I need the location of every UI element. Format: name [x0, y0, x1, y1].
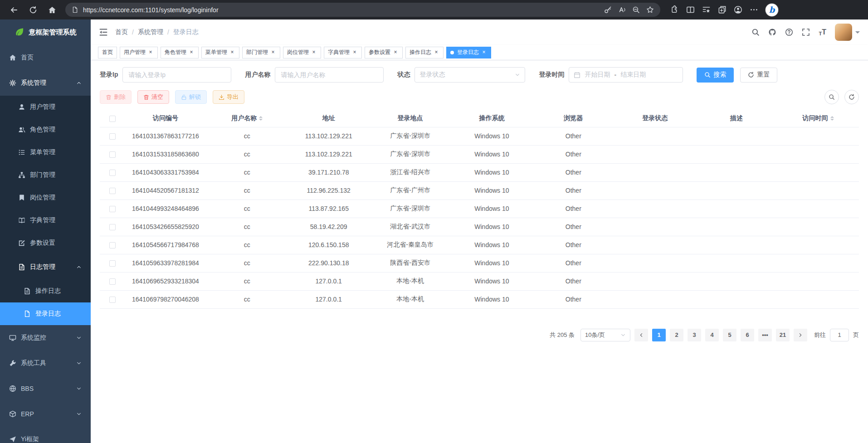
- tab-department-management[interactable]: 部门管理: [242, 47, 280, 58]
- sort-icon[interactable]: [259, 114, 263, 122]
- breadcrumb-home[interactable]: 首页: [115, 28, 128, 36]
- page-button-6[interactable]: 6: [741, 329, 754, 341]
- sidebar-item-post-management[interactable]: 岗位管理: [0, 186, 91, 209]
- goto-page-input[interactable]: [830, 329, 849, 341]
- tab-post-management[interactable]: 岗位管理: [283, 47, 321, 58]
- browser-home-button[interactable]: [44, 2, 60, 18]
- row-checkbox[interactable]: [109, 133, 116, 140]
- login-ip-input[interactable]: [122, 67, 231, 83]
- favorites-bar-icon[interactable]: [702, 5, 711, 14]
- more-pages-button[interactable]: •••: [758, 329, 772, 341]
- collections-icon[interactable]: [718, 5, 727, 14]
- close-icon[interactable]: [433, 49, 439, 56]
- sidebar-item-dict-management[interactable]: 字典管理: [0, 209, 91, 232]
- refresh-table-button[interactable]: [844, 90, 859, 104]
- tab-role-management[interactable]: 角色管理: [161, 47, 199, 58]
- menu-fold-icon[interactable]: [99, 28, 108, 37]
- breadcrumb-system-management[interactable]: 系统管理: [138, 28, 163, 36]
- tab-login-log[interactable]: 登录日志: [446, 47, 491, 58]
- tab-dict-management[interactable]: 字典管理: [324, 47, 362, 58]
- row-checkbox[interactable]: [109, 206, 116, 212]
- status-select[interactable]: 登录状态: [414, 67, 525, 83]
- url-text[interactable]: https://ccnetcore.com:1101/system/log/lo…: [83, 6, 600, 14]
- sidebar-item-system-management[interactable]: 系统管理: [0, 70, 91, 96]
- close-icon[interactable]: [311, 49, 317, 56]
- unlock-button[interactable]: 解锁: [175, 90, 207, 104]
- sidebar-item-home[interactable]: 首页: [0, 45, 91, 70]
- search-icon[interactable]: [751, 28, 760, 36]
- page-button-1[interactable]: 1: [652, 329, 666, 341]
- close-icon[interactable]: [392, 49, 399, 56]
- close-icon[interactable]: [270, 49, 276, 56]
- tab-user-management[interactable]: 用户管理: [120, 47, 158, 58]
- browser-more-icon[interactable]: [750, 5, 758, 14]
- reset-button[interactable]: 重置: [740, 68, 777, 83]
- sidebar-item-role-management[interactable]: 角色管理: [0, 118, 91, 141]
- browser-refresh-button[interactable]: [25, 2, 41, 18]
- sidebar-item-parameter-settings[interactable]: 参数设置: [0, 232, 91, 254]
- column-browser: 浏览器: [532, 110, 614, 127]
- row-checkbox[interactable]: [109, 188, 116, 194]
- select-all-checkbox[interactable]: [109, 116, 116, 122]
- page-button-21[interactable]: 21: [776, 329, 790, 341]
- browser-back-button[interactable]: [6, 2, 22, 18]
- sidebar-item-operation-log[interactable]: 操作日志: [0, 280, 91, 302]
- address-bar[interactable]: https://ccnetcore.com:1101/system/log/lo…: [65, 3, 660, 17]
- close-icon[interactable]: [229, 49, 235, 56]
- user-avatar[interactable]: [835, 24, 852, 41]
- close-icon[interactable]: [351, 49, 358, 56]
- sidebar-item-user-management[interactable]: 用户管理: [0, 96, 91, 118]
- split-screen-icon[interactable]: [686, 5, 695, 14]
- fullscreen-icon[interactable]: [802, 28, 810, 36]
- zoom-out-icon[interactable]: [632, 6, 640, 14]
- tab-operation-log[interactable]: 操作日志: [405, 47, 444, 58]
- sidebar-item-system-monitoring[interactable]: 系统监控: [0, 325, 91, 351]
- close-icon[interactable]: [147, 49, 154, 56]
- tab-menu-management[interactable]: 菜单管理: [201, 47, 239, 58]
- row-checkbox[interactable]: [109, 224, 116, 230]
- page-button-4[interactable]: 4: [705, 329, 719, 341]
- row-checkbox[interactable]: [109, 297, 116, 303]
- read-aloud-icon[interactable]: [618, 6, 626, 14]
- page-button-2[interactable]: 2: [670, 329, 683, 341]
- row-checkbox[interactable]: [109, 170, 116, 176]
- sidebar-item-erp[interactable]: ERP: [0, 401, 91, 427]
- sidebar-item-menu-management[interactable]: 菜单管理: [0, 141, 91, 164]
- page-size-select[interactable]: 10条/页: [580, 329, 630, 341]
- close-icon[interactable]: [481, 49, 487, 56]
- row-checkbox[interactable]: [109, 242, 116, 248]
- date-range-picker[interactable]: 开始日期 - 结束日期: [569, 67, 683, 83]
- sidebar-item-yi-framework[interactable]: Yi框架: [0, 427, 91, 443]
- row-checkbox[interactable]: [109, 278, 116, 285]
- delete-button[interactable]: 删除: [100, 90, 132, 104]
- password-key-icon[interactable]: [604, 6, 612, 14]
- export-button[interactable]: 导出: [213, 90, 244, 104]
- user-name-input[interactable]: [275, 67, 384, 83]
- sidebar-item-bbs[interactable]: BBS: [0, 376, 91, 401]
- help-icon[interactable]: [785, 28, 793, 36]
- sort-icon[interactable]: [830, 114, 834, 122]
- page-button-3[interactable]: 3: [688, 329, 701, 341]
- prev-page-button[interactable]: [634, 329, 648, 341]
- search-button[interactable]: 搜索: [697, 68, 734, 83]
- favorites-star-icon[interactable]: [646, 6, 654, 14]
- row-checkbox[interactable]: [109, 260, 116, 267]
- row-checkbox[interactable]: [109, 151, 116, 158]
- tab-parameter-settings[interactable]: 参数设置: [365, 47, 403, 58]
- browser-profile-icon[interactable]: [734, 5, 742, 14]
- font-size-icon[interactable]: [819, 28, 826, 36]
- sidebar-item-department-management[interactable]: 部门管理: [0, 164, 91, 186]
- github-icon[interactable]: [768, 28, 776, 36]
- close-icon[interactable]: [188, 49, 195, 56]
- bing-copilot-button[interactable]: [766, 4, 778, 16]
- clear-button[interactable]: 清空: [137, 90, 169, 104]
- next-page-button[interactable]: [794, 329, 807, 341]
- sidebar-item-login-log[interactable]: 登录日志: [0, 302, 91, 325]
- extensions-icon[interactable]: [670, 5, 679, 14]
- page-button-5[interactable]: 5: [723, 329, 736, 341]
- user-menu[interactable]: [835, 24, 860, 41]
- hide-search-button[interactable]: [824, 90, 839, 104]
- sidebar-item-log-management[interactable]: 日志管理: [0, 254, 91, 280]
- tab-home[interactable]: 首页: [98, 47, 117, 58]
- sidebar-item-system-tools[interactable]: 系统工具: [0, 351, 91, 376]
